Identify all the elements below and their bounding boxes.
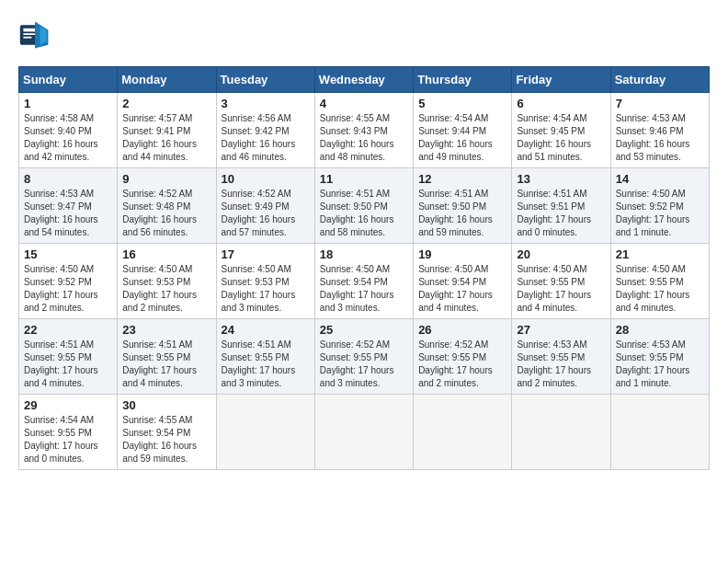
calendar-day-cell bbox=[512, 395, 610, 470]
calendar-day-cell: 24Sunrise: 4:51 AM Sunset: 9:55 PM Dayli… bbox=[216, 319, 314, 395]
calendar-day-cell: 19Sunrise: 4:50 AM Sunset: 9:54 PM Dayli… bbox=[414, 244, 512, 319]
day-number: 23 bbox=[122, 323, 210, 337]
page-header bbox=[18, 18, 710, 52]
column-header-saturday: Saturday bbox=[610, 67, 709, 93]
day-number: 18 bbox=[320, 247, 408, 261]
day-info: Sunrise: 4:51 AM Sunset: 9:55 PM Dayligh… bbox=[122, 339, 210, 390]
calendar-day-cell bbox=[414, 395, 512, 470]
day-info: Sunrise: 4:51 AM Sunset: 9:55 PM Dayligh… bbox=[222, 339, 310, 390]
calendar-day-cell: 29Sunrise: 4:54 AM Sunset: 9:55 PM Dayli… bbox=[19, 395, 118, 470]
calendar-day-cell: 25Sunrise: 4:52 AM Sunset: 9:55 PM Dayli… bbox=[314, 319, 413, 395]
calendar-day-cell: 5Sunrise: 4:54 AM Sunset: 9:44 PM Daylig… bbox=[414, 93, 512, 168]
calendar-day-cell: 15Sunrise: 4:50 AM Sunset: 9:52 PM Dayli… bbox=[19, 244, 118, 319]
day-number: 30 bbox=[122, 398, 210, 412]
calendar-week-row: 8Sunrise: 4:53 AM Sunset: 9:47 PM Daylig… bbox=[19, 168, 710, 244]
column-header-thursday: Thursday bbox=[414, 67, 512, 93]
svg-rect-1 bbox=[23, 29, 35, 32]
day-number: 5 bbox=[418, 97, 506, 110]
day-number: 10 bbox=[222, 172, 310, 186]
day-info: Sunrise: 4:52 AM Sunset: 9:55 PM Dayligh… bbox=[418, 339, 506, 390]
day-info: Sunrise: 4:50 AM Sunset: 9:53 PM Dayligh… bbox=[122, 263, 210, 315]
day-number: 9 bbox=[122, 172, 210, 186]
day-number: 24 bbox=[222, 323, 310, 337]
day-number: 22 bbox=[24, 323, 112, 337]
logo-icon bbox=[18, 18, 51, 52]
calendar-day-cell: 27Sunrise: 4:53 AM Sunset: 9:55 PM Dayli… bbox=[512, 319, 610, 395]
calendar-header-row: SundayMondayTuesdayWednesdayThursdayFrid… bbox=[19, 67, 710, 93]
day-number: 3 bbox=[222, 97, 310, 110]
day-number: 11 bbox=[320, 172, 408, 186]
day-number: 4 bbox=[320, 97, 408, 110]
calendar-week-row: 15Sunrise: 4:50 AM Sunset: 9:52 PM Dayli… bbox=[19, 244, 710, 319]
day-info: Sunrise: 4:50 AM Sunset: 9:52 PM Dayligh… bbox=[24, 263, 112, 315]
day-info: Sunrise: 4:55 AM Sunset: 9:54 PM Dayligh… bbox=[122, 414, 210, 465]
calendar-day-cell: 20Sunrise: 4:50 AM Sunset: 9:55 PM Dayli… bbox=[512, 244, 610, 319]
day-info: Sunrise: 4:53 AM Sunset: 9:55 PM Dayligh… bbox=[517, 339, 605, 390]
calendar-day-cell: 21Sunrise: 4:50 AM Sunset: 9:55 PM Dayli… bbox=[610, 244, 709, 319]
calendar-day-cell: 12Sunrise: 4:51 AM Sunset: 9:50 PM Dayli… bbox=[414, 168, 512, 244]
calendar-day-cell: 17Sunrise: 4:50 AM Sunset: 9:53 PM Dayli… bbox=[216, 244, 314, 319]
svg-rect-3 bbox=[23, 37, 31, 39]
day-info: Sunrise: 4:50 AM Sunset: 9:54 PM Dayligh… bbox=[320, 263, 408, 315]
day-number: 25 bbox=[320, 323, 408, 337]
day-info: Sunrise: 4:54 AM Sunset: 9:44 PM Dayligh… bbox=[418, 112, 506, 164]
svg-rect-2 bbox=[23, 33, 35, 35]
calendar-week-row: 1Sunrise: 4:58 AM Sunset: 9:40 PM Daylig… bbox=[19, 93, 710, 168]
day-info: Sunrise: 4:50 AM Sunset: 9:54 PM Dayligh… bbox=[418, 263, 506, 315]
day-number: 16 bbox=[122, 247, 210, 261]
calendar-day-cell: 14Sunrise: 4:50 AM Sunset: 9:52 PM Dayli… bbox=[610, 168, 709, 244]
day-info: Sunrise: 4:53 AM Sunset: 9:46 PM Dayligh… bbox=[616, 112, 704, 164]
calendar-day-cell: 26Sunrise: 4:52 AM Sunset: 9:55 PM Dayli… bbox=[414, 319, 512, 395]
day-info: Sunrise: 4:52 AM Sunset: 9:55 PM Dayligh… bbox=[320, 339, 408, 390]
calendar-day-cell: 10Sunrise: 4:52 AM Sunset: 9:49 PM Dayli… bbox=[216, 168, 314, 244]
column-header-tuesday: Tuesday bbox=[216, 67, 314, 93]
day-number: 17 bbox=[222, 247, 310, 261]
day-info: Sunrise: 4:52 AM Sunset: 9:48 PM Dayligh… bbox=[122, 188, 210, 239]
calendar-day-cell bbox=[314, 395, 413, 470]
day-info: Sunrise: 4:57 AM Sunset: 9:41 PM Dayligh… bbox=[122, 112, 210, 164]
calendar-day-cell: 3Sunrise: 4:56 AM Sunset: 9:42 PM Daylig… bbox=[216, 93, 314, 168]
day-number: 15 bbox=[24, 247, 112, 261]
logo bbox=[18, 18, 55, 52]
calendar-day-cell: 28Sunrise: 4:53 AM Sunset: 9:55 PM Dayli… bbox=[610, 319, 709, 395]
column-header-friday: Friday bbox=[512, 67, 610, 93]
calendar-day-cell bbox=[216, 395, 314, 470]
day-info: Sunrise: 4:54 AM Sunset: 9:55 PM Dayligh… bbox=[24, 414, 112, 465]
calendar-day-cell: 9Sunrise: 4:52 AM Sunset: 9:48 PM Daylig… bbox=[118, 168, 216, 244]
day-number: 7 bbox=[616, 97, 704, 110]
calendar-day-cell: 11Sunrise: 4:51 AM Sunset: 9:50 PM Dayli… bbox=[314, 168, 413, 244]
day-number: 13 bbox=[517, 172, 605, 186]
day-info: Sunrise: 4:56 AM Sunset: 9:42 PM Dayligh… bbox=[222, 112, 310, 164]
day-number: 2 bbox=[122, 97, 210, 110]
calendar-day-cell bbox=[610, 395, 709, 470]
day-number: 27 bbox=[517, 323, 605, 337]
calendar-day-cell: 4Sunrise: 4:55 AM Sunset: 9:43 PM Daylig… bbox=[314, 93, 413, 168]
day-info: Sunrise: 4:52 AM Sunset: 9:49 PM Dayligh… bbox=[222, 188, 310, 239]
column-header-wednesday: Wednesday bbox=[314, 67, 413, 93]
calendar-day-cell: 13Sunrise: 4:51 AM Sunset: 9:51 PM Dayli… bbox=[512, 168, 610, 244]
calendar-table: SundayMondayTuesdayWednesdayThursdayFrid… bbox=[18, 66, 710, 470]
day-number: 14 bbox=[616, 172, 704, 186]
day-number: 26 bbox=[418, 323, 506, 337]
calendar-day-cell: 2Sunrise: 4:57 AM Sunset: 9:41 PM Daylig… bbox=[118, 93, 216, 168]
day-info: Sunrise: 4:58 AM Sunset: 9:40 PM Dayligh… bbox=[24, 112, 112, 164]
day-info: Sunrise: 4:53 AM Sunset: 9:47 PM Dayligh… bbox=[24, 188, 112, 239]
calendar-day-cell: 18Sunrise: 4:50 AM Sunset: 9:54 PM Dayli… bbox=[314, 244, 413, 319]
day-info: Sunrise: 4:50 AM Sunset: 9:55 PM Dayligh… bbox=[616, 263, 704, 315]
day-info: Sunrise: 4:51 AM Sunset: 9:51 PM Dayligh… bbox=[517, 188, 605, 239]
day-info: Sunrise: 4:50 AM Sunset: 9:53 PM Dayligh… bbox=[222, 263, 310, 315]
calendar-week-row: 29Sunrise: 4:54 AM Sunset: 9:55 PM Dayli… bbox=[19, 395, 710, 470]
day-number: 20 bbox=[517, 247, 605, 261]
calendar-day-cell: 22Sunrise: 4:51 AM Sunset: 9:55 PM Dayli… bbox=[19, 319, 118, 395]
calendar-day-cell: 30Sunrise: 4:55 AM Sunset: 9:54 PM Dayli… bbox=[118, 395, 216, 470]
day-number: 29 bbox=[24, 398, 112, 412]
calendar-day-cell: 23Sunrise: 4:51 AM Sunset: 9:55 PM Dayli… bbox=[118, 319, 216, 395]
day-info: Sunrise: 4:51 AM Sunset: 9:50 PM Dayligh… bbox=[320, 188, 408, 239]
day-info: Sunrise: 4:54 AM Sunset: 9:45 PM Dayligh… bbox=[517, 112, 605, 164]
day-number: 19 bbox=[418, 247, 506, 261]
day-number: 21 bbox=[616, 247, 704, 261]
column-header-monday: Monday bbox=[118, 67, 216, 93]
day-info: Sunrise: 4:51 AM Sunset: 9:50 PM Dayligh… bbox=[418, 188, 506, 239]
day-number: 1 bbox=[24, 97, 112, 110]
calendar-day-cell: 7Sunrise: 4:53 AM Sunset: 9:46 PM Daylig… bbox=[610, 93, 709, 168]
